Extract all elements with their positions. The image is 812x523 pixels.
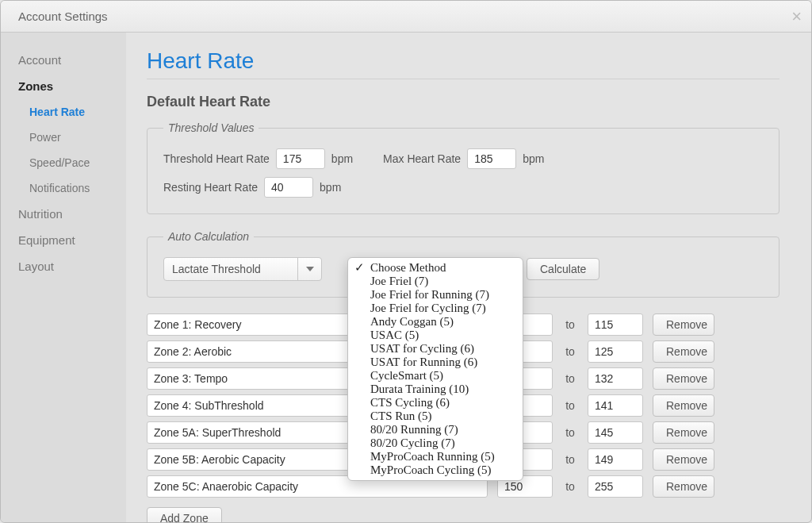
- titlebar: Account Settings ×: [1, 1, 811, 33]
- method-option[interactable]: Choose Method: [348, 261, 523, 275]
- method-option[interactable]: 80/20 Cycling (7): [348, 436, 523, 450]
- zone-to-label: to: [562, 318, 578, 331]
- method-option[interactable]: CTS Cycling (6): [348, 396, 523, 410]
- threshold-legend: Threshold Values: [163, 121, 259, 134]
- sidebar-sub-power[interactable]: Power: [1, 125, 126, 150]
- resting-hr-label: Resting Heart Rate: [163, 181, 258, 194]
- main-layout: Account Zones Heart Rate Power Speed/Pac…: [1, 33, 811, 522]
- method-option[interactable]: Durata Training (10): [348, 383, 523, 396]
- method-option[interactable]: CycleSmart (5): [348, 369, 523, 383]
- zone-to-label: to: [562, 480, 578, 493]
- method-option[interactable]: CTS Run (5): [348, 410, 523, 423]
- resting-hr-input[interactable]: [264, 177, 313, 198]
- content-area: Heart Rate Default Heart Rate Threshold …: [126, 33, 811, 522]
- zone-to-input[interactable]: [588, 421, 643, 444]
- method-option[interactable]: Joe Friel for Running (7): [348, 288, 523, 302]
- method-option[interactable]: 80/20 Running (7): [348, 423, 523, 436]
- zone-to-label: to: [562, 453, 578, 466]
- sidebar-sub-heart-rate[interactable]: Heart Rate: [1, 99, 126, 125]
- sidebar-item-equipment[interactable]: Equipment: [1, 227, 126, 253]
- sidebar-item-account[interactable]: Account: [1, 47, 126, 73]
- calculate-button[interactable]: Calculate: [527, 258, 599, 280]
- zone-to-input[interactable]: [588, 367, 643, 390]
- threshold-hr-input[interactable]: [276, 148, 325, 169]
- section-title: Default Heart Rate: [147, 94, 779, 110]
- zone-to-label: to: [562, 426, 578, 439]
- threshold-hr-label: Threshold Heart Rate: [163, 152, 270, 165]
- zone-to-label: to: [562, 372, 578, 385]
- threshold-fieldset: Threshold Values Threshold Heart Rate bp…: [147, 121, 779, 214]
- remove-zone-button[interactable]: Remove: [653, 448, 714, 471]
- remove-zone-button[interactable]: Remove: [653, 313, 714, 336]
- close-icon[interactable]: ×: [791, 6, 802, 27]
- window-title: Account Settings: [18, 10, 108, 23]
- method-option[interactable]: USAT for Cycling (6): [348, 342, 523, 356]
- remove-zone-button[interactable]: Remove: [653, 367, 714, 390]
- zone-to-label: to: [562, 345, 578, 358]
- method-option[interactable]: MyProCoach Cycling (5): [348, 463, 523, 477]
- zone-to-input[interactable]: [588, 313, 643, 336]
- resting-hr-unit: bpm: [320, 181, 341, 194]
- method-dropdown: Choose MethodJoe Friel (7)Joe Friel for …: [347, 257, 523, 481]
- zone-to-input[interactable]: [588, 448, 643, 471]
- sidebar-sub-notifications[interactable]: Notifications: [1, 175, 126, 201]
- sidebar-item-zones[interactable]: Zones: [1, 73, 126, 99]
- method-option[interactable]: USAT for Running (6): [348, 356, 523, 369]
- sidebar-item-nutrition[interactable]: Nutrition: [1, 201, 126, 227]
- method-option[interactable]: Andy Coggan (5): [348, 315, 523, 329]
- zone-to-label: to: [562, 399, 578, 412]
- zone-to-input[interactable]: [588, 340, 643, 363]
- max-hr-unit: bpm: [523, 152, 544, 165]
- sidebar-item-layout[interactable]: Layout: [1, 253, 126, 279]
- zone-to-input[interactable]: [588, 475, 643, 498]
- remove-zone-button[interactable]: Remove: [653, 340, 714, 363]
- remove-zone-button[interactable]: Remove: [653, 421, 714, 444]
- method-option[interactable]: USAC (5): [348, 329, 523, 342]
- max-hr-label: Max Heart Rate: [383, 152, 461, 165]
- chevron-down-icon: [297, 258, 321, 280]
- zone-to-input[interactable]: [588, 394, 643, 417]
- method-option[interactable]: Joe Friel (7): [348, 275, 523, 288]
- remove-zone-button[interactable]: Remove: [653, 475, 714, 498]
- auto-calc-legend: Auto Calculation: [163, 230, 254, 243]
- max-hr-input[interactable]: [467, 148, 516, 169]
- add-zone-button[interactable]: Add Zone: [147, 507, 222, 522]
- method-option[interactable]: MyProCoach Running (5): [348, 450, 523, 463]
- page-title: Heart Rate: [147, 48, 779, 79]
- method-option[interactable]: Joe Friel for Cycling (7): [348, 302, 523, 315]
- sidebar-sub-speed-pace[interactable]: Speed/Pace: [1, 150, 126, 175]
- threshold-hr-unit: bpm: [331, 152, 353, 165]
- auto-calc-fieldset: Auto Calculation Lactate Threshold Calcu…: [147, 230, 779, 298]
- remove-zone-button[interactable]: Remove: [653, 394, 714, 417]
- calc-type-selected: Lactate Threshold: [164, 263, 297, 275]
- calc-type-select[interactable]: Lactate Threshold: [163, 257, 322, 281]
- sidebar: Account Zones Heart Rate Power Speed/Pac…: [1, 33, 126, 522]
